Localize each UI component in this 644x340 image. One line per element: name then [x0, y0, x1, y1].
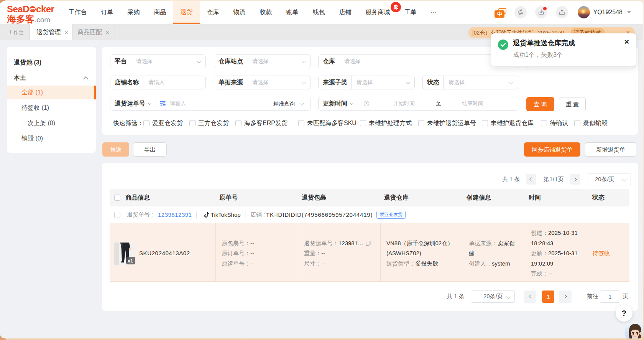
svg-text:x1: x1: [128, 258, 133, 264]
